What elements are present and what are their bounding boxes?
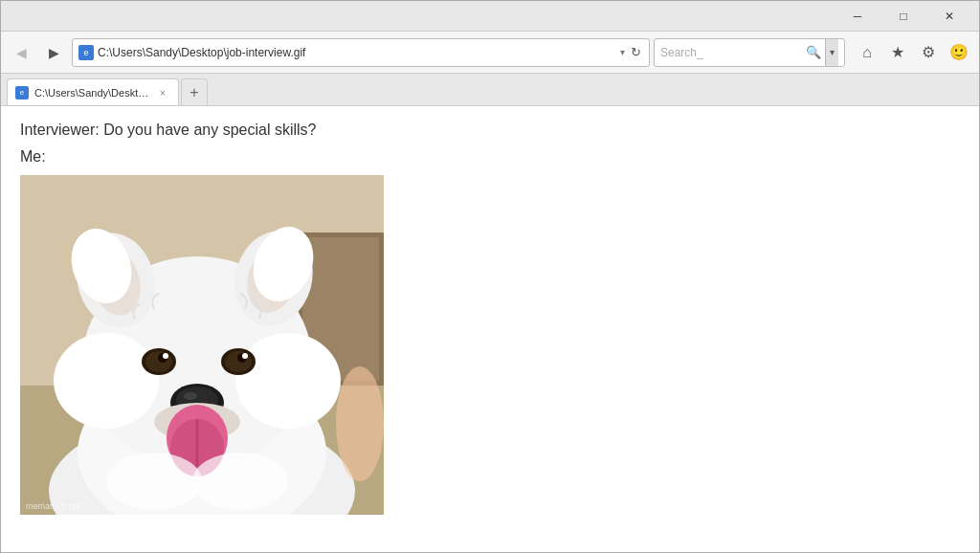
back-icon: ◀: [16, 45, 27, 60]
favorites-icon: ★: [891, 43, 904, 61]
emoji-button[interactable]: 🙂: [945, 38, 973, 67]
home-button[interactable]: ⌂: [853, 38, 881, 67]
home-icon: ⌂: [862, 44, 872, 61]
svg-point-8: [54, 333, 159, 429]
search-dropdown-icon: ▾: [830, 47, 835, 57]
search-button[interactable]: 🔍: [806, 45, 821, 59]
tab-favicon: e: [15, 86, 29, 100]
svg-point-26: [184, 392, 197, 400]
forward-icon: ▶: [49, 45, 59, 60]
address-text: C:\Users\Sandy\Desktop\job-interview.gif: [98, 46, 616, 59]
favorites-button[interactable]: ★: [883, 38, 912, 67]
tabbar: e C:\Users\Sandy\Desktop\jo... × +: [1, 74, 979, 106]
svg-point-31: [336, 366, 384, 481]
search-dropdown-button[interactable]: ▾: [825, 39, 838, 66]
navbar: ◀ ▶ e C:\Users\Sandy\Desktop\job-intervi…: [1, 32, 979, 74]
tab-label: C:\Users\Sandy\Desktop\jo...: [34, 87, 149, 99]
favicon-icon: e: [78, 45, 94, 60]
svg-point-17: [145, 351, 172, 372]
settings-button[interactable]: ⚙: [914, 38, 943, 67]
svg-point-19: [163, 353, 168, 359]
svg-point-33: [192, 453, 288, 510]
search-bar[interactable]: Search_ 🔍 ▾: [654, 38, 845, 67]
new-tab-button[interactable]: +: [181, 78, 208, 105]
dog-illustration: [20, 175, 384, 515]
active-tab[interactable]: e C:\Users\Sandy\Desktop\jo... ×: [7, 78, 179, 105]
interviewer-text: Interviewer: Do you have any special ski…: [20, 122, 960, 139]
back-button[interactable]: ◀: [7, 38, 35, 67]
search-icon: 🔍: [806, 45, 821, 59]
address-dropdown-icon[interactable]: ▾: [620, 47, 625, 57]
search-placeholder: Search_: [660, 46, 802, 59]
emoji-icon: 🙂: [949, 43, 969, 61]
svg-point-21: [225, 351, 252, 372]
me-text: Me:: [20, 148, 960, 166]
refresh-icon[interactable]: ↻: [629, 45, 643, 59]
svg-point-32: [106, 453, 202, 510]
titlebar-buttons: ─ □ ✕: [835, 1, 971, 32]
address-bar[interactable]: e C:\Users\Sandy\Desktop\job-interview.g…: [72, 38, 650, 67]
nav-icons: ⌂ ★ ⚙ 🙂: [853, 38, 973, 67]
meme-image: mematic.ft-ppc: [20, 175, 384, 515]
watermark-text: mematic.ft-ppc: [26, 501, 82, 511]
tab-close-button[interactable]: ×: [155, 85, 170, 100]
minimize-button[interactable]: ─: [835, 1, 880, 32]
close-button[interactable]: ✕: [927, 1, 971, 32]
svg-point-9: [235, 333, 341, 429]
forward-button[interactable]: ▶: [39, 38, 68, 67]
settings-icon: ⚙: [922, 43, 935, 61]
maximize-button[interactable]: □: [881, 1, 925, 32]
browser-window: ─ □ ✕ ◀ ▶ e C:\Users\Sandy\Desktop\job-i…: [0, 0, 980, 553]
titlebar: ─ □ ✕: [1, 1, 979, 32]
svg-point-23: [242, 353, 248, 359]
content-area: Interviewer: Do you have any special ski…: [1, 106, 979, 552]
